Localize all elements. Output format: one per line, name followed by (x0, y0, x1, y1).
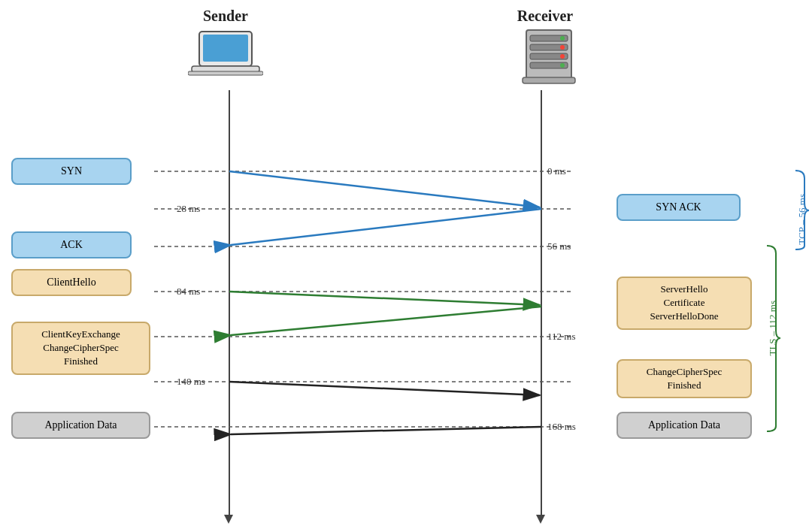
time-112ms: 112 ms (547, 331, 575, 343)
synack-box: SYN ACK (617, 194, 741, 221)
svg-point-9 (560, 36, 565, 41)
appdata-arrow (231, 427, 541, 434)
time-0ms: 0 ms (547, 165, 566, 177)
appdata-left-label: Application Data (44, 419, 117, 431)
diagram: Sender Receiver (0, 0, 812, 532)
receiver-label: Receiver (496, 8, 594, 25)
svg-point-10 (560, 45, 565, 50)
receiver-vline (541, 90, 542, 518)
svg-point-12 (560, 63, 565, 68)
clientkey-arrow (229, 382, 540, 395)
sender-icon (173, 30, 278, 86)
clienthello-arrow (229, 292, 540, 305)
time-56ms: 56 ms (547, 240, 571, 252)
syn-label: SYN (61, 165, 82, 177)
appdata-right-label: Application Data (648, 419, 720, 431)
svg-rect-3 (188, 71, 263, 75)
svg-point-11 (560, 54, 565, 59)
ack-label: ACK (60, 239, 83, 250)
synack-arrow (231, 209, 541, 245)
serverhello-label: ServerHelloCertificateServerHelloDone (650, 283, 719, 322)
serverhello-arrow (231, 307, 541, 335)
sender-arrow-bottom (224, 515, 233, 524)
tls-brace-label: TLS – 112 ms (767, 301, 779, 356)
appdata-left-box: Application Data (11, 412, 150, 439)
clientkeyexchange-label: ClientKeyExchangeChangeCipherSpecFinishe… (41, 328, 120, 367)
time-28ms: 28 ms (177, 203, 200, 215)
receiver-arrow-bottom (536, 515, 545, 524)
syn-arrow (229, 171, 540, 207)
clienthello-box: ClientHello (11, 269, 132, 296)
changecipherspec-label: ChangeCipherSpecFinished (647, 366, 722, 391)
tcp-brace-label: TCP – 56 ms (796, 194, 808, 245)
arrows-svg (0, 0, 812, 532)
ack-box: ACK (11, 231, 132, 258)
sender-label: Sender (180, 8, 271, 25)
receiver-icon (496, 26, 601, 89)
svg-rect-13 (523, 77, 575, 83)
clientkeyexchange-box: ClientKeyExchangeChangeCipherSpecFinishe… (11, 322, 150, 375)
dotted-lines (0, 0, 812, 532)
serverhello-box: ServerHelloCertificateServerHelloDone (617, 277, 752, 330)
sender-vline (229, 90, 230, 518)
appdata-right-box: Application Data (617, 412, 752, 439)
clienthello-label: ClientHello (47, 277, 95, 288)
changecipherspec-box: ChangeCipherSpecFinished (617, 359, 752, 398)
time-140ms: 140 ms (177, 376, 205, 388)
syn-box: SYN (11, 158, 132, 185)
time-84ms: 84 ms (177, 286, 200, 298)
time-168ms: 168 ms (547, 421, 576, 433)
svg-rect-1 (203, 35, 248, 62)
synack-label: SYN ACK (656, 201, 701, 213)
